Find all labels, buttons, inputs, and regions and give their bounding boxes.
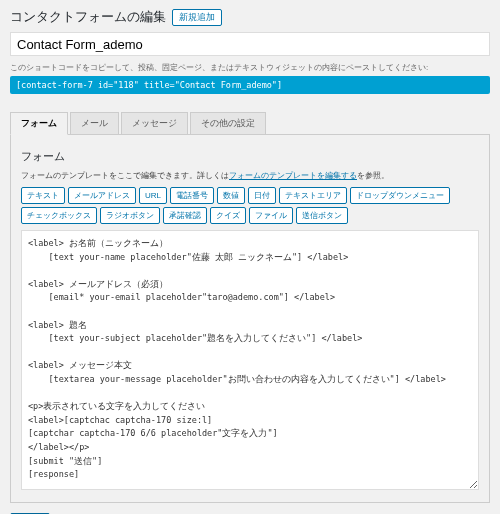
page-title-text: コンタクトフォームの編集 [10, 8, 166, 26]
tag-quiz-button[interactable]: クイズ [210, 207, 246, 224]
tag-file-button[interactable]: ファイル [249, 207, 293, 224]
tag-tel-button[interactable]: 電話番号 [170, 187, 214, 204]
tag-date-button[interactable]: 日付 [248, 187, 276, 204]
tab-other[interactable]: その他の設定 [190, 112, 266, 134]
tag-number-button[interactable]: 数値 [217, 187, 245, 204]
form-section-desc: フォームのテンプレートをここで編集できます。詳しくはフォームのテンプレートを編集… [21, 170, 479, 181]
tag-generator-row: テキスト メールアドレス URL 電話番号 数値 日付 テキストエリア ドロップ… [21, 187, 479, 224]
panel-tabs: フォーム メール メッセージ その他の設定 [10, 112, 490, 135]
form-section-heading: フォーム [21, 149, 479, 164]
tag-url-button[interactable]: URL [139, 187, 167, 204]
tag-textarea-button[interactable]: テキストエリア [279, 187, 347, 204]
form-template-textarea[interactable] [21, 230, 479, 490]
add-new-button[interactable]: 新規追加 [172, 9, 222, 26]
tab-messages[interactable]: メッセージ [121, 112, 188, 134]
form-panel: フォーム フォームのテンプレートをここで編集できます。詳しくはフォームのテンプレ… [10, 135, 490, 503]
tag-checkbox-button[interactable]: チェックボックス [21, 207, 97, 224]
tag-radio-button[interactable]: ラジオボタン [100, 207, 160, 224]
tab-form[interactable]: フォーム [10, 112, 68, 135]
shortcode-display[interactable]: [contact-form-7 id="118" title="Contact … [10, 76, 490, 94]
tag-dropdown-button[interactable]: ドロップダウンメニュー [350, 187, 450, 204]
tag-submit-button[interactable]: 送信ボタン [296, 207, 348, 224]
tag-email-button[interactable]: メールアドレス [68, 187, 136, 204]
form-title-input[interactable] [10, 32, 490, 56]
tag-text-button[interactable]: テキスト [21, 187, 65, 204]
shortcode-hint: このショートコードをコピーして、投稿、固定ページ、またはテキストウィジェットの内… [10, 62, 490, 73]
tag-acceptance-button[interactable]: 承諾確認 [163, 207, 207, 224]
form-desc-prefix: フォームのテンプレートをここで編集できます。詳しくは [21, 171, 229, 180]
form-desc-link[interactable]: フォームのテンプレートを編集する [229, 171, 357, 180]
form-desc-suffix: を参照。 [357, 171, 389, 180]
page-title: コンタクトフォームの編集 新規追加 [10, 8, 490, 26]
tab-mail[interactable]: メール [70, 112, 119, 134]
